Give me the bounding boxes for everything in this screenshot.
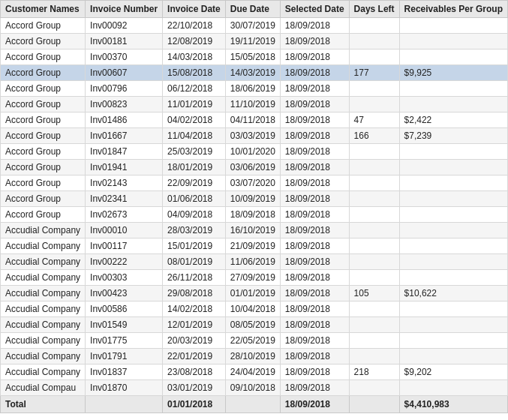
cell-due-date: 04/11/2018 [225, 112, 280, 128]
cell-selected-date: 18/09/2018 [280, 176, 349, 191]
cell-days-left [349, 50, 399, 65]
cell-days-left [349, 81, 399, 97]
cell-receivables [399, 160, 507, 176]
cell-selected-date: 18/09/2018 [280, 207, 349, 223]
table-row[interactable]: Accudial CompanyInv0030326/11/201827/09/… [1, 270, 508, 286]
table-row[interactable]: Accudial CompanyInv0154912/01/201908/05/… [1, 317, 508, 333]
cell-receivables [399, 302, 507, 317]
col-header-customer: Customer Names [1, 1, 86, 18]
cell-invoice-date: 26/11/2018 [163, 270, 226, 286]
cell-receivables [399, 380, 507, 396]
cell-selected-date: 18/09/2018 [280, 302, 349, 317]
cell-receivables: $7,239 [399, 128, 507, 144]
cell-receivables: $9,925 [399, 65, 507, 81]
table-row[interactable]: Accord GroupInv0009222/10/201830/07/2019… [1, 18, 508, 34]
cell-invoice-date: 25/03/2019 [163, 144, 226, 160]
cell-days-left [349, 207, 399, 223]
cell-days-left [349, 238, 399, 254]
table-row[interactable]: Accudial CompanyInv0058614/02/201810/04/… [1, 302, 508, 317]
table-row[interactable]: Accord GroupInv0037014/03/201815/05/2018… [1, 50, 508, 65]
table-row[interactable]: Accudial CompauInv0187003/01/201909/10/2… [1, 380, 508, 396]
footer-days-left [349, 396, 399, 413]
cell-due-date: 08/05/2019 [225, 317, 280, 333]
cell-receivables [399, 238, 507, 254]
cell-invoice-date: 01/06/2018 [163, 191, 226, 207]
cell-invoice-date: 20/03/2019 [163, 333, 226, 349]
cell-receivables [399, 81, 507, 97]
cell-receivables [399, 317, 507, 333]
cell-due-date: 10/09/2019 [225, 191, 280, 207]
cell-receivables [399, 207, 507, 223]
table-row[interactable]: Accord GroupInv0082311/01/201911/10/2019… [1, 97, 508, 112]
cell-days-left [349, 349, 399, 364]
table-row[interactable]: Accudial CompanyInv0022208/01/201911/06/… [1, 254, 508, 270]
cell-invoice: Inv00303 [86, 270, 163, 286]
table-row[interactable]: Accudial CompanyInv0179122/01/201928/10/… [1, 349, 508, 364]
cell-due-date: 03/03/2019 [225, 128, 280, 144]
cell-customer: Accord Group [1, 144, 86, 160]
table-row[interactable]: Accord GroupInv0194118/01/201903/06/2019… [1, 160, 508, 176]
cell-invoice-date: 22/01/2019 [163, 349, 226, 364]
footer-invoice-number [86, 396, 163, 413]
cell-customer: Accord Group [1, 97, 86, 112]
table-row[interactable]: Accudial CompanyInv0042329/08/201801/01/… [1, 286, 508, 302]
cell-due-date: 18/06/2019 [225, 81, 280, 97]
cell-selected-date: 18/09/2018 [280, 254, 349, 270]
cell-receivables [399, 144, 507, 160]
table-row[interactable]: Accord GroupInv0166711/04/201803/03/2019… [1, 128, 508, 144]
cell-selected-date: 18/09/2018 [280, 81, 349, 97]
cell-selected-date: 18/09/2018 [280, 97, 349, 112]
cell-invoice-date: 14/02/2018 [163, 302, 226, 317]
col-header-days-left: Days Left [349, 1, 399, 18]
table-row[interactable]: Accudial CompanyInv0177520/03/201922/05/… [1, 333, 508, 349]
cell-selected-date: 18/09/2018 [280, 191, 349, 207]
cell-invoice-date: 15/01/2019 [163, 238, 226, 254]
cell-selected-date: 18/09/2018 [280, 112, 349, 128]
cell-invoice: Inv00181 [86, 34, 163, 50]
cell-customer: Accord Group [1, 207, 86, 223]
table-row[interactable]: Accord GroupInv0234101/06/201810/09/2019… [1, 191, 508, 207]
cell-invoice-date: 06/12/2018 [163, 81, 226, 97]
cell-customer: Accord Group [1, 191, 86, 207]
cell-customer: Accudial Company [1, 333, 86, 349]
cell-selected-date: 18/09/2018 [280, 380, 349, 396]
table-row[interactable]: Accudial CompanyInv0001028/03/201916/10/… [1, 223, 508, 238]
table-row[interactable]: Accord GroupInv0148604/02/201804/11/2018… [1, 112, 508, 128]
cell-days-left [349, 191, 399, 207]
table-row[interactable]: Accord GroupInv0060715/08/201814/03/2019… [1, 65, 508, 81]
table-row[interactable]: Accudial CompanyInv0183723/08/201824/04/… [1, 364, 508, 380]
cell-invoice: Inv00370 [86, 50, 163, 65]
cell-invoice: Inv01667 [86, 128, 163, 144]
cell-invoice: Inv00092 [86, 18, 163, 34]
cell-receivables: $10,622 [399, 286, 507, 302]
cell-due-date: 14/03/2019 [225, 65, 280, 81]
cell-receivables [399, 176, 507, 191]
table-row[interactable]: Accord GroupInv0267304/09/201818/09/2018… [1, 207, 508, 223]
cell-customer: Accord Group [1, 112, 86, 128]
cell-customer: Accord Group [1, 34, 86, 50]
cell-due-date: 01/01/2019 [225, 286, 280, 302]
footer-invoice-date: 01/01/2018 [163, 396, 226, 413]
cell-receivables [399, 349, 507, 364]
cell-days-left [349, 176, 399, 191]
cell-selected-date: 18/09/2018 [280, 18, 349, 34]
cell-invoice: Inv00222 [86, 254, 163, 270]
table-row[interactable]: Accord GroupInv0184725/03/201910/01/2020… [1, 144, 508, 160]
table-row[interactable]: Accord GroupInv0018112/08/201919/11/2019… [1, 34, 508, 50]
col-header-selected-date: Selected Date [280, 1, 349, 18]
cell-selected-date: 18/09/2018 [280, 65, 349, 81]
cell-invoice: Inv01486 [86, 112, 163, 128]
table-row[interactable]: Accord GroupInv0079606/12/201818/06/2019… [1, 81, 508, 97]
cell-customer: Accudial Company [1, 317, 86, 333]
cell-selected-date: 18/09/2018 [280, 128, 349, 144]
cell-days-left [349, 270, 399, 286]
table-row[interactable]: Accord GroupInv0214322/09/201903/07/2020… [1, 176, 508, 191]
cell-receivables [399, 254, 507, 270]
cell-days-left [349, 333, 399, 349]
cell-due-date: 30/07/2019 [225, 18, 280, 34]
cell-invoice: Inv00796 [86, 81, 163, 97]
cell-customer: Accord Group [1, 50, 86, 65]
cell-invoice: Inv01791 [86, 349, 163, 364]
cell-selected-date: 18/09/2018 [280, 286, 349, 302]
table-row[interactable]: Accudial CompanyInv0011715/01/201921/09/… [1, 238, 508, 254]
